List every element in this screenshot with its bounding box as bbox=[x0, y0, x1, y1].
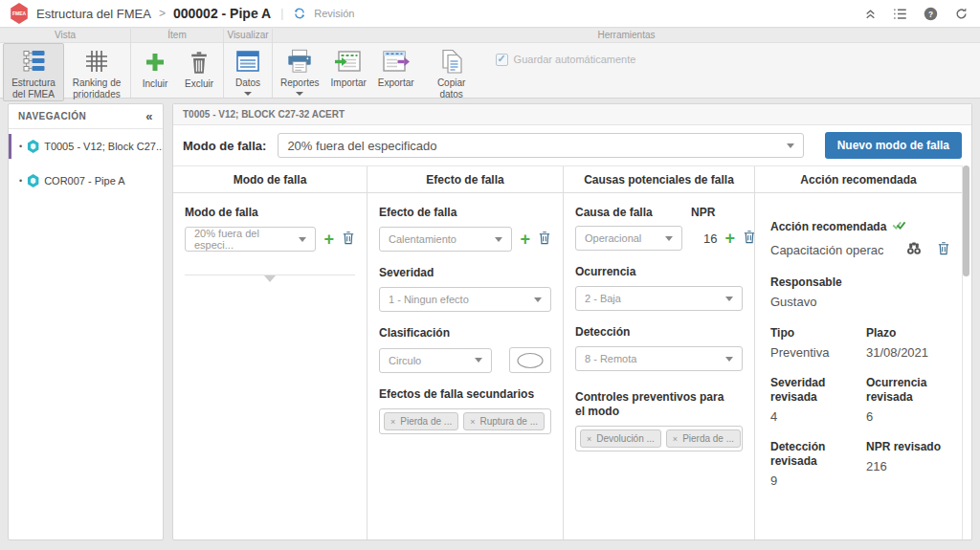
delete-failure-effect-icon[interactable] bbox=[538, 231, 551, 249]
navigation-sidebar: NAVEGACIÓN « • T0005 - V12; Block C27...… bbox=[8, 103, 164, 540]
data-dropdown-button[interactable]: Datos bbox=[227, 43, 269, 98]
revised-severity-field: Severidad revisada 4 bbox=[770, 376, 858, 424]
occurrence-value: 2 - Baja bbox=[585, 293, 621, 304]
action-deadline-field: Plazo 31/08/2021 bbox=[866, 326, 954, 360]
export-label: Exportar bbox=[378, 77, 414, 89]
detection-value: 8 - Remota bbox=[585, 353, 636, 364]
reload-icon[interactable] bbox=[954, 7, 969, 21]
sidebar-item-cor007[interactable]: • COR007 - Pipe A bbox=[9, 164, 163, 198]
revised-detection-value: 9 bbox=[770, 473, 858, 488]
remove-tag-icon[interactable]: × bbox=[470, 417, 475, 427]
ribbon-group-visualizar-label: Visualizar bbox=[224, 29, 272, 41]
failure-cause-select[interactable]: Operacional bbox=[575, 226, 682, 251]
collapse-ribbon-icon[interactable] bbox=[864, 8, 877, 20]
tag-label: Devolución ... bbox=[596, 433, 655, 444]
preventive-control-tag[interactable]: × Devolución ... bbox=[580, 429, 661, 448]
secondary-effects-multiselect[interactable]: × Pierda de ... × Ruptura de ... bbox=[379, 408, 551, 434]
ribbon-group-herramientas: Herramientas Reportes Importar Exportar bbox=[273, 29, 980, 98]
preventive-controls-multiselect[interactable]: × Devolución ... × Pierda de ... bbox=[575, 426, 743, 451]
secondary-effect-tag[interactable]: × Ruptura de ... bbox=[463, 412, 545, 430]
occurrence-select[interactable]: 2 - Baja bbox=[575, 286, 743, 311]
vertical-scrollbar[interactable] bbox=[963, 165, 969, 276]
data-dropdown-label: Datos bbox=[235, 77, 260, 89]
revised-occurrence-label: Ocurrencia revisada bbox=[866, 376, 937, 405]
tag-label: Pierda de ... bbox=[400, 416, 452, 427]
autosave-checkbox[interactable] bbox=[496, 54, 508, 66]
revision-refresh-icon[interactable] bbox=[293, 7, 306, 20]
component-node-icon bbox=[27, 140, 39, 153]
revised-detection-field: Detección revisada 9 bbox=[770, 440, 858, 488]
chevron-down-icon bbox=[299, 237, 306, 242]
sidebar-collapse-icon[interactable]: « bbox=[145, 109, 153, 123]
export-button[interactable]: Exportar bbox=[373, 43, 419, 101]
failure-effect-value: Calentamiento bbox=[389, 233, 457, 245]
import-button[interactable]: Importar bbox=[326, 43, 371, 101]
type-label: Tipo bbox=[770, 326, 858, 341]
sidebar-item-t0005[interactable]: • T0005 - V12; Block C27... bbox=[9, 129, 163, 164]
detection-select[interactable]: 8 - Remota bbox=[575, 346, 743, 371]
add-failure-effect-icon[interactable]: + bbox=[520, 231, 530, 247]
fmea-structure-label: Estructura del FMEA bbox=[8, 77, 59, 99]
delete-action-icon[interactable] bbox=[937, 241, 950, 258]
preventive-control-tag[interactable]: × Pierda de ... bbox=[666, 429, 741, 448]
failure-effect-field-label: Efecto de falla bbox=[379, 206, 551, 220]
classification-select[interactable]: Circulo bbox=[379, 348, 492, 373]
chevron-down-icon bbox=[495, 237, 502, 242]
tree-bullet-icon: • bbox=[19, 142, 22, 151]
failure-effect-cell: Efecto de falla Calentamiento + Severida… bbox=[368, 193, 564, 539]
action-type-field: Tipo Preventiva bbox=[770, 326, 858, 360]
chevron-down-icon bbox=[475, 358, 482, 363]
copy-documents-icon bbox=[439, 47, 464, 76]
delete-failure-cause-icon[interactable] bbox=[743, 230, 755, 248]
revised-npr-value: 216 bbox=[866, 459, 954, 473]
column-header-potential-causes: Causas potenciales de falla bbox=[564, 166, 755, 192]
import-label: Importar bbox=[331, 77, 367, 89]
add-failure-mode-icon[interactable]: + bbox=[323, 231, 334, 247]
failure-mode-field-select[interactable]: 20% fuera del especi... bbox=[185, 227, 316, 252]
remove-tag-icon[interactable]: × bbox=[390, 417, 395, 427]
remove-tag-icon[interactable]: × bbox=[587, 434, 591, 444]
new-failure-mode-button[interactable]: Nuevo modo de falla bbox=[825, 132, 962, 159]
delete-failure-mode-icon[interactable] bbox=[342, 231, 355, 249]
sidebar-item-label: COR007 - Pipe A bbox=[44, 175, 124, 187]
tree-bullet-icon: • bbox=[19, 176, 22, 186]
preventive-controls-label: Controles preventivos para el modo bbox=[575, 390, 728, 419]
responsible-value: Gustavo bbox=[770, 295, 954, 309]
collapse-divider[interactable] bbox=[185, 275, 355, 275]
header-divider: | bbox=[280, 7, 283, 20]
exclude-button[interactable]: Excluir bbox=[178, 44, 220, 96]
failure-effect-select[interactable]: Calentamiento bbox=[379, 227, 512, 252]
classification-label: Clasificación bbox=[379, 326, 551, 341]
search-action-binoculars-icon[interactable] bbox=[906, 241, 922, 258]
autosave-checkbox-row: Guardar automáticamente bbox=[496, 54, 636, 101]
printer-icon bbox=[286, 47, 313, 76]
copy-data-label: Copiar datos bbox=[426, 77, 478, 99]
failure-mode-field-label: Modo de falla bbox=[185, 206, 355, 220]
component-node-icon bbox=[27, 174, 39, 187]
add-failure-cause-icon[interactable]: + bbox=[724, 231, 735, 246]
secondary-effects-label: Efectos de falla secundarios bbox=[379, 387, 551, 402]
npr-label: NPR bbox=[691, 206, 743, 219]
fmea-structure-button[interactable]: Estructura del FMEA bbox=[3, 43, 64, 101]
dropdown-caret-icon bbox=[296, 92, 303, 96]
failure-cause-cell: Causa de falla NPR Operacional 16 + bbox=[564, 193, 755, 539]
revision-label[interactable]: Revisión bbox=[314, 8, 354, 19]
priority-ranking-button[interactable]: Ranking de prioridades bbox=[66, 43, 127, 101]
autosave-label: Guardar automáticamente bbox=[514, 54, 636, 65]
classification-symbol-preview bbox=[509, 347, 551, 373]
secondary-effect-tag[interactable]: × Pierda de ... bbox=[384, 412, 458, 430]
breadcrumb-section[interactable]: Estructura del FMEA bbox=[36, 7, 151, 21]
help-icon[interactable]: ? bbox=[924, 7, 938, 21]
column-header-recommended-action: Acción recomendada bbox=[755, 166, 962, 192]
severity-select[interactable]: 1 - Ningun efecto bbox=[379, 287, 551, 312]
include-button[interactable]: Incluir bbox=[134, 44, 176, 96]
reports-dropdown-button[interactable]: Reportes bbox=[276, 43, 324, 101]
ribbon-group-item: Ítem Incluir Excluir bbox=[131, 29, 224, 98]
failure-mode-select[interactable]: 20% fuera del especificado bbox=[278, 133, 803, 158]
failure-cause-value: Operacional bbox=[585, 232, 641, 244]
list-menu-icon[interactable] bbox=[893, 8, 907, 20]
remove-tag-icon[interactable]: × bbox=[673, 434, 678, 444]
copy-data-button[interactable]: Copiar datos bbox=[421, 43, 482, 101]
sidebar-item-label: T0005 - V12; Block C27... bbox=[44, 141, 163, 152]
column-header-failure-effect: Efecto de falla bbox=[368, 166, 564, 192]
